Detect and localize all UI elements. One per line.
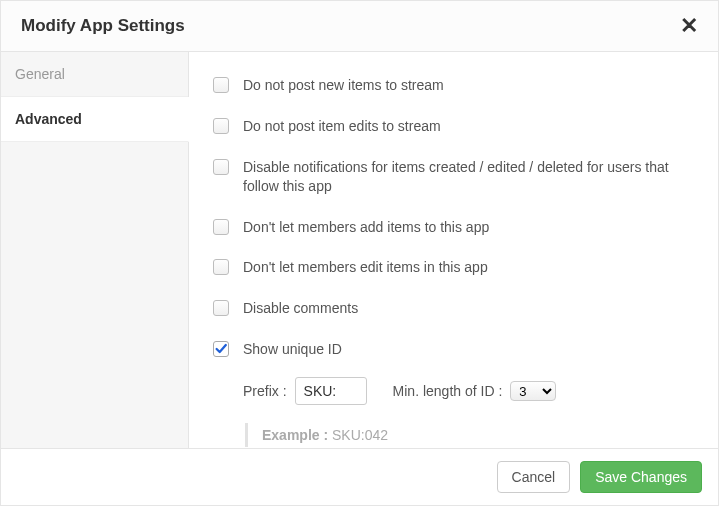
min-length-label: Min. length of ID :	[393, 383, 503, 399]
dialog-header: Modify App Settings ✕	[1, 1, 718, 52]
content-pane: Do not post new items to stream Do not p…	[189, 52, 718, 448]
prefix-input[interactable]	[295, 377, 367, 405]
tab-label: Advanced	[15, 111, 82, 127]
checkbox-show-unique-id[interactable]	[213, 341, 229, 357]
setting-row: Disable comments	[213, 299, 694, 318]
prefix-label: Prefix :	[243, 383, 287, 399]
setting-label: Disable notifications for items created …	[243, 158, 694, 196]
setting-row: Do not post new items to stream	[213, 76, 694, 95]
setting-label: Disable comments	[243, 299, 358, 318]
example-block: Example : SKU:042	[245, 423, 694, 447]
checkbox-no-add-items[interactable]	[213, 219, 229, 235]
modify-app-settings-dialog: Modify App Settings ✕ General Advanced D…	[0, 0, 719, 506]
setting-label: Don't let members add items to this app	[243, 218, 489, 237]
checkbox-no-post-new[interactable]	[213, 77, 229, 93]
setting-label: Don't let members edit items in this app	[243, 258, 488, 277]
min-length-select[interactable]: 3	[510, 381, 556, 401]
dialog-title: Modify App Settings	[21, 16, 185, 36]
tab-label: General	[15, 66, 65, 82]
cancel-button[interactable]: Cancel	[497, 461, 571, 493]
checkbox-no-edit-items[interactable]	[213, 259, 229, 275]
tab-general[interactable]: General	[1, 52, 188, 97]
setting-row: Don't let members add items to this app	[213, 218, 694, 237]
tab-advanced[interactable]: Advanced	[1, 97, 189, 142]
setting-row: Don't let members edit items in this app	[213, 258, 694, 277]
setting-row: Disable notifications for items created …	[213, 158, 694, 196]
save-changes-button[interactable]: Save Changes	[580, 461, 702, 493]
unique-id-subsection: Prefix : Min. length of ID : 3 Example :…	[243, 377, 694, 447]
setting-label: Do not post item edits to stream	[243, 117, 441, 136]
checkbox-disable-comments[interactable]	[213, 300, 229, 316]
dialog-body: General Advanced Do not post new items t…	[1, 52, 718, 449]
setting-label: Do not post new items to stream	[243, 76, 444, 95]
setting-row: Do not post item edits to stream	[213, 117, 694, 136]
example-value: SKU:042	[332, 427, 388, 443]
close-icon[interactable]: ✕	[680, 15, 698, 37]
setting-label: Show unique ID	[243, 340, 342, 359]
setting-row: Show unique ID	[213, 340, 694, 359]
checkbox-disable-notifications[interactable]	[213, 159, 229, 175]
example-label: Example :	[262, 427, 328, 443]
sidebar: General Advanced	[1, 52, 189, 448]
prefix-row: Prefix : Min. length of ID : 3	[243, 377, 694, 405]
checkbox-no-post-edits[interactable]	[213, 118, 229, 134]
dialog-footer: Cancel Save Changes	[1, 449, 718, 505]
